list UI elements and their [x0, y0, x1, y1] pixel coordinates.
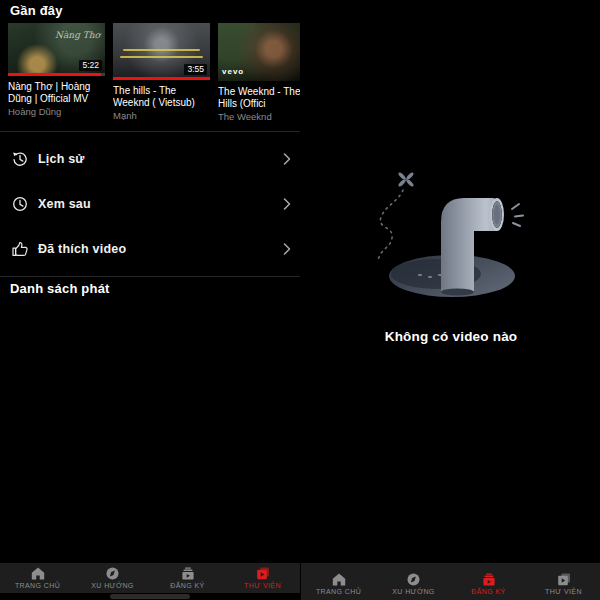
library-icon	[557, 573, 571, 586]
video-channel: The Weeknd	[218, 111, 300, 122]
subscriptions-empty-screen: Không có video nào TRANG CHỦ XU HƯỚNG	[300, 0, 600, 600]
video-card[interactable]: Nàng Thơ 5:22 Nàng Thơ | Hoàng Dũng | Of…	[8, 23, 105, 117]
menu-item-watch-later[interactable]: Xem sau	[0, 181, 300, 226]
video-channel: Mạnh	[113, 110, 210, 121]
library-screen: Gần đây Nàng Thơ 5:22 Nàng Thơ | Hoàng D…	[0, 0, 300, 600]
video-thumbnail[interactable]: 3:55	[113, 23, 210, 80]
nav-item-trending[interactable]: XU HƯỚNG	[376, 567, 451, 600]
video-card[interactable]: 3:55 The hills - The Weeknd ( Vietsub) M…	[113, 23, 210, 121]
thumbs-up-icon	[11, 240, 29, 258]
video-thumbnail[interactable]: vevo	[218, 23, 300, 81]
video-title: The Weeknd - The Hills (Offici	[218, 86, 300, 109]
nav-item-home[interactable]: TRANG CHỦ	[0, 563, 75, 593]
periscope-illustration	[366, 160, 536, 324]
recent-section-header: Gần đây	[10, 3, 63, 18]
nav-item-trending[interactable]: XU HƯỚNG	[75, 563, 150, 593]
library-icon	[256, 567, 270, 580]
nav-item-label: ĐĂNG KÝ	[471, 588, 505, 595]
thumbnail-overlay-text: Nàng Thơ	[55, 30, 100, 40]
vevo-logo: vevo	[222, 67, 244, 76]
home-indicator[interactable]	[110, 594, 190, 599]
dual-screenshot: Gần đây Nàng Thơ 5:22 Nàng Thơ | Hoàng D…	[0, 0, 600, 600]
subscriptions-icon	[482, 573, 496, 586]
menu-item-liked-videos[interactable]: Đã thích video	[0, 226, 300, 271]
watch-later-icon	[11, 195, 29, 213]
menu-item-label: Xem sau	[38, 197, 91, 211]
history-icon	[11, 150, 29, 168]
duration-badge: 5:22	[79, 60, 102, 71]
bottom-navigation: TRANG CHỦ XU HƯỚNG ĐĂNG KÝ	[0, 563, 300, 600]
nav-item-library[interactable]: THƯ VIỆN	[526, 567, 600, 600]
video-card[interactable]: vevo The Weeknd - The Hills (Offici The …	[218, 23, 300, 122]
nav-item-label: XU HƯỚNG	[91, 582, 133, 589]
nav-item-label: TRANG CHỦ	[15, 582, 60, 589]
video-title: Nàng Thơ | Hoàng Dũng | Official MV	[8, 81, 105, 104]
chevron-right-icon	[283, 152, 291, 165]
gesture-bar	[0, 593, 300, 600]
divider	[0, 276, 300, 277]
trending-icon	[106, 567, 119, 580]
watch-progress-bar	[8, 73, 105, 76]
nav-item-label: THƯ VIỆN	[545, 588, 582, 595]
home-icon	[332, 573, 346, 586]
nav-item-label: TRANG CHỦ	[316, 588, 361, 595]
video-thumbnail[interactable]: Nàng Thơ 5:22	[8, 23, 105, 76]
chevron-right-icon	[283, 242, 291, 255]
empty-state-message: Không có video nào	[301, 329, 600, 344]
nav-item-library[interactable]: THƯ VIỆN	[225, 563, 300, 593]
video-channel: Hoàng Dũng	[8, 106, 105, 117]
nav-item-label: ĐĂNG KÝ	[170, 582, 204, 589]
menu-item-history[interactable]: Lịch sử	[0, 136, 300, 181]
chevron-right-icon	[283, 197, 291, 210]
home-icon	[31, 567, 45, 580]
menu-item-label: Đã thích video	[38, 242, 126, 256]
nav-item-label: XU HƯỚNG	[392, 588, 434, 595]
subscriptions-icon	[181, 567, 195, 580]
trending-icon	[407, 573, 420, 586]
playlists-section-header: Danh sách phát	[10, 281, 110, 296]
video-title: The hills - The Weeknd ( Vietsub)	[113, 85, 210, 108]
nav-item-label: THƯ VIỆN	[244, 582, 281, 589]
nav-item-subscriptions[interactable]: ĐĂNG KÝ	[150, 563, 225, 593]
menu-item-label: Lịch sử	[38, 152, 85, 166]
duration-badge: 3:55	[184, 64, 207, 75]
nav-item-subscriptions[interactable]: ĐĂNG KÝ	[451, 567, 526, 600]
fly-icon	[397, 171, 414, 187]
nav-item-home[interactable]: TRANG CHỦ	[301, 567, 376, 600]
divider	[0, 131, 300, 132]
subtitle-line	[123, 49, 201, 51]
bottom-navigation: TRANG CHỦ XU HƯỚNG ĐĂNG KÝ	[301, 563, 600, 600]
subtitle-line	[120, 56, 203, 58]
watch-progress-bar	[113, 77, 210, 80]
